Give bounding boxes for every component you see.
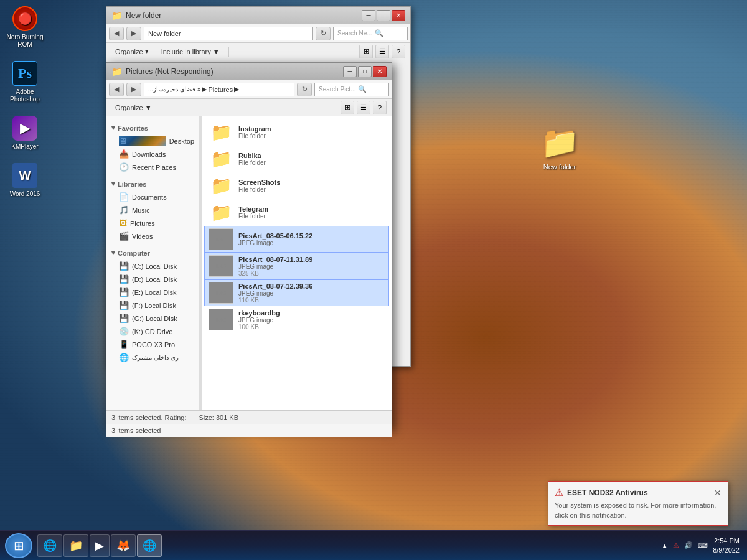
pictures-folder-icon: 📁 [111, 67, 122, 77]
status-size: Size: 301 KB [199, 414, 238, 421]
pictures-organize-button[interactable]: Organize ▼ [111, 103, 156, 113]
pictures-view-button[interactable]: ⊞ [341, 101, 354, 114]
eset-notification[interactable]: ⚠ ESET NOD32 Antivirus ✕ Your system is … [548, 481, 728, 526]
pictures-address-path[interactable]: « فضای ذخیره‌ساز... ▶ Pictures ▶ [144, 83, 294, 96]
help-button[interactable]: ? [392, 45, 405, 58]
sidebar-item-d-drive[interactable]: 💾 (D:) Local Disk [106, 273, 199, 286]
pictures-close-button[interactable]: ✕ [373, 66, 387, 77]
pictures-icon: 🖼 [119, 218, 127, 228]
file-item-instagram[interactable]: 📁 Instagram File folder [204, 119, 389, 146]
taskbar-item-mediaplayer[interactable]: ▶ [90, 534, 110, 557]
ie-icon: 🌐 [43, 539, 57, 553]
desktop-icon-word[interactable]: W Word 2016 [3, 163, 47, 198]
network-icon: 🌐 [119, 353, 129, 362]
sidebar-item-c-drive[interactable]: 💾 (C:) Local Disk [106, 259, 199, 273]
status-items: 3 items selected [111, 427, 161, 434]
pictures-toolbar: Organize ▼ ⊞ ☰ ? [106, 99, 392, 116]
taskbar-item-chrome[interactable]: 🌐 [137, 534, 162, 557]
pictures-status-bar: 3 items selected. Rating: Size: 301 KB [106, 410, 392, 424]
keyboard-icon[interactable]: ⌨ [698, 541, 708, 549]
sidebar-item-pictures[interactable]: 🖼 Pictures [106, 217, 199, 230]
libraries-section: ▾ Libraries 📄 Documents 🎵 Music 🖼 [106, 177, 199, 243]
folder-icon-telegram: 📁 [209, 202, 233, 223]
include-library-button[interactable]: Include in library ▼ [157, 47, 223, 57]
maximize-button[interactable]: □ [377, 10, 390, 21]
windows-container: 📁 New folder ─ □ ✕ ◀ ▶ New folder ↻ Sear… [0, 0, 747, 530]
window-pictures: 📁 Pictures (Not Responding) ─ □ ✕ ◀ ▶ « … [106, 62, 392, 429]
tray-expand-icon[interactable]: ▲ [661, 542, 668, 549]
file-item-screenshots[interactable]: 📁 ScreenShots File folder [204, 172, 389, 199]
pictures-back-button[interactable]: ◀ [109, 83, 124, 96]
volume-icon[interactable]: 🔊 [684, 541, 693, 549]
taskbar-item-firefox[interactable]: 🦊 [111, 534, 136, 557]
libraries-header[interactable]: ▾ Libraries [106, 177, 199, 190]
computer-header[interactable]: ▾ Computer [106, 246, 199, 259]
sidebar-item-recent[interactable]: 🕐 Recent Places [106, 161, 199, 174]
file-item-picsart3[interactable]: IMG PicsArt_08-07-12.39.36 JPEG image 11… [204, 279, 389, 306]
forward-button[interactable]: ▶ [126, 27, 141, 40]
search-icon: 🔍 [375, 29, 383, 37]
pictures-toolbar-icons: ⊞ ☰ ? [341, 101, 387, 114]
clock-time: 2:54 PM [714, 536, 740, 545]
pictures-nav-btn[interactable]: ↻ [297, 83, 312, 96]
explorer-bg-titlebar[interactable]: 📁 New folder ─ □ ✕ [106, 7, 410, 24]
pictures-addressbar: ◀ ▶ « فضای ذخیره‌ساز... ▶ Pictures ▶ ↻ S… [106, 80, 392, 99]
refresh-button[interactable]: ↻ [316, 27, 331, 40]
favorites-label: Favorites [118, 124, 148, 132]
g-drive-icon: 💾 [119, 314, 129, 323]
pictures-titlebar[interactable]: 📁 Pictures (Not Responding) ─ □ ✕ [106, 63, 392, 80]
eset-close-button[interactable]: ✕ [714, 488, 721, 498]
explorer-bg-addressbar: ◀ ▶ New folder ↻ Search Ne... 🔍 [106, 24, 410, 43]
pictures-help-button[interactable]: ? [373, 101, 387, 114]
sidebar-item-phone[interactable]: 📱 POCO X3 Pro [106, 338, 199, 351]
pictures-maximize-button[interactable]: □ [358, 66, 372, 77]
pictures-minimize-button[interactable]: ─ [343, 66, 357, 77]
pictures-preview-button[interactable]: ☰ [357, 101, 370, 114]
start-button[interactable]: ⊞ [5, 533, 32, 558]
sidebar-item-desktop[interactable]: 🖥 Desktop [106, 134, 199, 147]
minimize-button[interactable]: ─ [362, 10, 375, 21]
preview-button[interactable]: ☰ [375, 45, 389, 58]
documents-icon: 📄 [119, 192, 129, 202]
system-clock: 2:54 PM 8/9/2022 [713, 536, 740, 554]
sidebar-item-k-drive[interactable]: 💿 (K:) CD Drive [106, 325, 199, 338]
thumb-picsart1: IMG [209, 228, 233, 250]
close-button[interactable]: ✕ [392, 10, 405, 21]
sidebar-item-g-drive[interactable]: 💾 (G:) Local Disk [106, 312, 199, 325]
taskbar-item-ie[interactable]: 🌐 [37, 534, 62, 557]
sidebar-item-network[interactable]: 🌐 ری داخلی مشترک [106, 351, 199, 364]
sidebar-item-downloads[interactable]: 📥 Downloads [106, 147, 199, 161]
file-item-picsart2[interactable]: IMG PicsArt_08-07-11.31.89 JPEG image 32… [204, 253, 389, 279]
desktop-icon-nero[interactable]: 🔴 Nero Burning ROM [3, 6, 47, 49]
explorer-bg-toolbar: Organize ▾ Include in library ▼ ⊞ ☰ ? [106, 43, 410, 60]
firefox-icon: 🦊 [116, 539, 130, 553]
desktop-icon-kmplayer[interactable]: ▶ KMPlayer [3, 116, 47, 151]
file-item-picsart1[interactable]: IMG PicsArt_08-05-06.15.22 JPEG image [204, 226, 389, 253]
search-box[interactable]: Search Ne... 🔍 [333, 27, 408, 40]
pictures-search[interactable]: Search Pict... 🔍 [314, 83, 389, 96]
sidebar-item-e-drive[interactable]: 💾 (E:) Local Disk [106, 286, 199, 299]
nero-label: Nero Burning ROM [3, 34, 47, 49]
explorer-bg-controls: ─ □ ✕ [362, 10, 405, 21]
back-button[interactable]: ◀ [109, 27, 124, 40]
file-item-keyboard[interactable]: IMG rkeyboardbg JPEG image 100 KB [204, 306, 389, 333]
desktop: 🔴 Nero Burning ROM Ps Adobe Photoshop ▶ … [0, 0, 747, 560]
sidebar-item-f-drive[interactable]: 💾 (F:) Local Disk [106, 299, 199, 312]
file-item-rubika[interactable]: 📁 Rubika File folder [204, 146, 389, 172]
thumb-keyboard: IMG [209, 309, 233, 330]
favorites-header[interactable]: ▾ Favorites [106, 121, 199, 134]
sidebar-item-videos[interactable]: 🎬 Videos [106, 230, 199, 243]
view-toggle-button[interactable]: ⊞ [359, 45, 373, 58]
taskbar-item-explorer[interactable]: 📁 [63, 534, 88, 557]
address-path[interactable]: New folder [144, 27, 313, 40]
explorer-bg-title: 📁 New folder [111, 11, 161, 21]
download-icon: 📥 [119, 149, 129, 159]
pictures-forward-button[interactable]: ▶ [126, 83, 141, 96]
folder-icon-instagram: 📁 [209, 121, 233, 143]
desktop-icon-photoshop[interactable]: Ps Adobe Photoshop [3, 61, 47, 103]
organize-button[interactable]: Organize ▾ [111, 46, 153, 57]
sidebar-item-music[interactable]: 🎵 Music [106, 203, 199, 217]
sidebar-item-documents[interactable]: 📄 Documents [106, 190, 199, 203]
file-item-telegram[interactable]: 📁 Telegram File folder [204, 199, 389, 226]
system-tray: ▲ ⚠ 🔊 ⌨ 2:54 PM 8/9/2022 [656, 536, 745, 554]
